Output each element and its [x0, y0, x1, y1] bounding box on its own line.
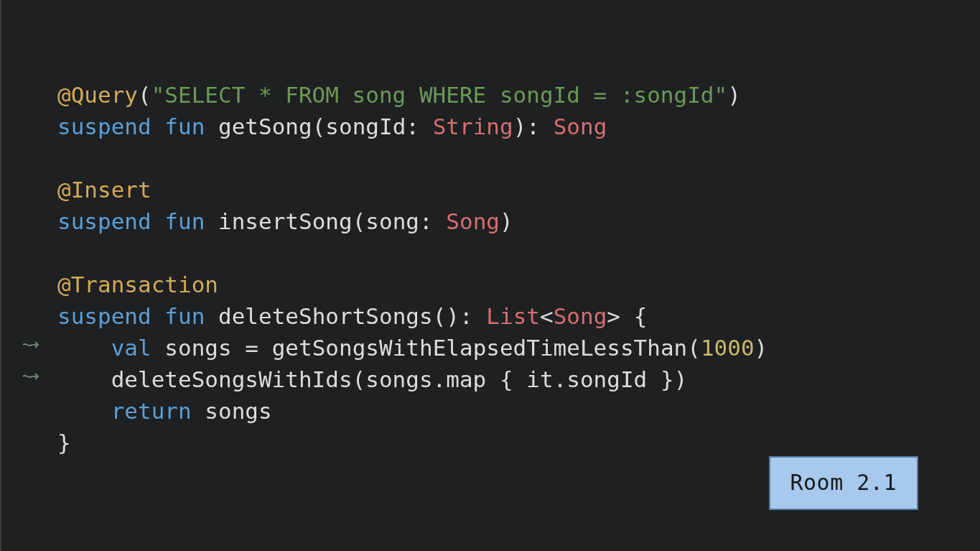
sql-string: "SELECT * FROM song WHERE songId = :song… — [151, 82, 728, 108]
fn-getsongselapsed: getSongsWithElapsedTimeLessThan — [272, 335, 688, 361]
code-block: @Query("SELECT * FROM song WHERE songId … — [1, 0, 980, 458]
keyword-fun: fun — [164, 303, 205, 329]
brace: { — [500, 366, 513, 392]
type-song: Song — [554, 303, 607, 329]
paren: ) — [674, 366, 688, 392]
type-string: String — [433, 114, 513, 139]
paren: ( — [687, 335, 701, 361]
paren: ) — [500, 208, 513, 234]
annotation-insert: @Insert — [57, 177, 151, 203]
type-list: List — [486, 303, 540, 329]
num-1000: 1000 — [701, 335, 755, 361]
keyword-suspend: suspend — [57, 303, 151, 329]
it: it — [526, 366, 553, 392]
version-badge-label: Room 2.1 — [790, 470, 897, 495]
brace: { — [634, 303, 648, 329]
paren: ) — [727, 82, 741, 108]
dot: . — [433, 366, 447, 392]
angle: > — [607, 303, 620, 329]
keyword-val: val — [111, 335, 151, 361]
eq: = — [245, 335, 258, 361]
fn-deletesongswithids: deleteSongsWithIds — [111, 366, 353, 392]
paren: ( — [138, 82, 151, 108]
brace: } — [661, 366, 674, 392]
keyword-fun: fun — [164, 114, 205, 139]
paren: ( — [312, 114, 326, 139]
brace: } — [57, 430, 71, 455]
paren: ) — [446, 303, 459, 329]
suspend-call-icon — [21, 338, 42, 352]
paren: ) — [513, 114, 527, 139]
angle: < — [540, 303, 554, 329]
paren: ( — [353, 366, 366, 392]
param-song: song — [365, 208, 419, 234]
paren: ) — [755, 335, 768, 361]
colon: : — [459, 303, 473, 329]
version-badge: Room 2.1 — [769, 456, 919, 510]
var-songs: songs — [365, 366, 432, 392]
param-songid: songId — [325, 114, 406, 139]
keyword-fun: fun — [164, 208, 205, 234]
fn-getsong: getSong — [218, 114, 312, 139]
keyword-suspend: suspend — [57, 208, 151, 234]
var-songs: songs — [205, 398, 271, 424]
annotation-transaction: @Transaction — [57, 272, 218, 297]
colon: : — [419, 208, 433, 234]
fn-deleteshortsongs: deleteShortSongs — [218, 303, 433, 329]
keyword-return: return — [111, 398, 192, 424]
type-song: Song — [446, 208, 500, 234]
var-songs: songs — [164, 335, 231, 361]
dot: . — [554, 366, 567, 392]
type-song: Song — [554, 114, 607, 139]
prop-songid: songId — [566, 366, 647, 392]
paren: ( — [353, 208, 366, 234]
keyword-suspend: suspend — [57, 114, 151, 139]
fn-insertsong: insertSong — [218, 208, 353, 234]
colon: : — [406, 114, 419, 139]
suspend-call-icon — [21, 369, 42, 384]
gutter — [1, 0, 45, 551]
annotation-query: @Query — [57, 82, 138, 108]
fn-map: map — [446, 366, 486, 392]
colon: : — [526, 114, 540, 139]
paren: ( — [433, 303, 447, 329]
